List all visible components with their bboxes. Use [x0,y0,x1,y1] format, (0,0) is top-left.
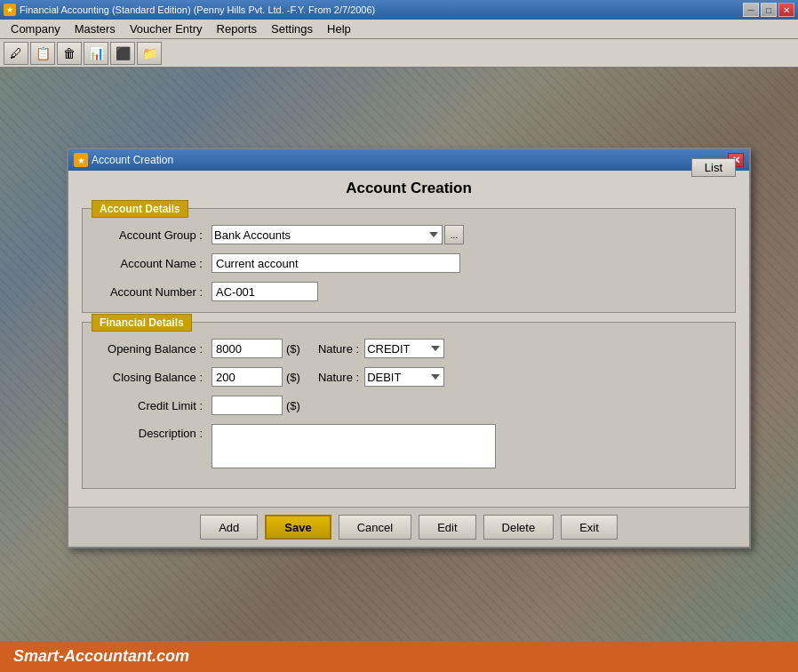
account-group-label: Account Group : [96,228,211,242]
toolbar-open-btn[interactable]: 📋 [30,42,55,65]
dialog-content: Account Creation List Account Details Ac… [68,171,749,507]
add-button[interactable]: Add [200,515,258,540]
financial-details-label: Financial Details [92,314,192,332]
bottom-banner: Smart-Accountant.com [0,641,798,672]
account-group-row: Account Group : Bank Accounts Cash Accou… [96,225,722,244]
closing-nature-label: Nature : [318,371,359,384]
app-icon: ★ [4,4,16,16]
description-row: Description : [96,424,722,468]
menu-bar: Company Masters Voucher Entry Reports Se… [0,20,798,39]
closing-nature-group: Nature : DEBIT CREDIT [318,367,444,387]
list-button[interactable]: List [691,158,736,177]
main-area: ★ Account Creation ✕ Account Creation Li… [0,68,798,641]
closing-balance-label: Closing Balance : [96,371,211,384]
closing-balance-row: Closing Balance : ($) Nature : DEBIT CRE… [96,367,722,387]
delete-button[interactable]: Delete [483,515,555,540]
menu-reports[interactable]: Reports [210,20,265,37]
opening-balance-currency: ($) [286,342,300,356]
account-number-input[interactable] [211,282,318,301]
minimize-button[interactable]: ─ [743,3,759,17]
toolbar-block-btn[interactable]: ⬛ [110,42,135,65]
title-bar: ★ Financial Accounting (Standard Edition… [0,0,798,20]
account-group-dropdown-group: Bank Accounts Cash Accounts Loans Expens… [211,225,464,244]
financial-details-section: Financial Details Opening Balance : ($) … [82,322,736,489]
toolbar-chart-btn[interactable]: 📊 [84,42,108,65]
menu-masters[interactable]: Masters [68,20,123,37]
maximize-button[interactable]: □ [761,3,777,17]
toolbar-new-btn[interactable]: 🖊 [4,42,28,65]
save-button[interactable]: Save [265,515,331,540]
edit-button[interactable]: Edit [419,515,475,540]
account-creation-dialog: ★ Account Creation ✕ Account Creation Li… [67,148,751,548]
opening-nature-select[interactable]: CREDIT DEBIT [364,339,444,358]
description-label: Description : [96,424,211,440]
opening-balance-input[interactable] [211,339,283,358]
account-name-label: Account Name : [96,257,211,270]
menu-voucher-entry[interactable]: Voucher Entry [123,20,210,37]
closing-nature-select[interactable]: DEBIT CREDIT [364,367,444,387]
closing-balance-currency: ($) [286,371,300,384]
dialog-title-bar: ★ Account Creation ✕ [68,149,749,171]
cancel-button[interactable]: Cancel [339,515,411,540]
opening-nature-group: Nature : CREDIT DEBIT [318,339,444,358]
credit-limit-row: Credit Limit : ($) [96,396,722,415]
closing-balance-input[interactable] [211,367,283,387]
credit-limit-input[interactable] [211,396,283,415]
account-group-browse-btn[interactable]: ... [444,225,464,244]
opening-balance-row: Opening Balance : ($) Nature : CREDIT DE… [96,339,722,358]
account-name-input[interactable] [211,253,460,273]
dialog-heading: Account Creation [82,180,736,197]
account-group-select[interactable]: Bank Accounts Cash Accounts Loans Expens… [211,225,443,244]
toolbar: 🖊 📋 🗑 📊 ⬛ 📁 [0,39,798,68]
account-number-label: Account Number : [96,285,211,299]
toolbar-delete-btn[interactable]: 🗑 [57,42,82,65]
account-number-row: Account Number : [96,282,722,301]
exit-button[interactable]: Exit [561,515,618,540]
opening-nature-label: Nature : [318,342,359,356]
credit-limit-currency: ($) [286,399,300,412]
menu-settings[interactable]: Settings [264,20,320,37]
credit-limit-label: Credit Limit : [96,399,211,412]
menu-company[interactable]: Company [4,20,68,37]
description-textarea[interactable] [211,424,496,468]
account-details-section: Account Details Account Group : Bank Acc… [82,208,736,313]
bottom-banner-text: Smart-Accountant.com [13,647,189,666]
menu-help[interactable]: Help [320,20,358,37]
app-close-button[interactable]: ✕ [778,3,794,17]
account-details-label: Account Details [92,200,188,218]
account-name-row: Account Name : [96,253,722,273]
app-title: Financial Accounting (Standard Edition) … [20,4,375,15]
dialog-title: Account Creation [92,154,173,166]
dialog-footer: Add Save Cancel Edit Delete Exit [68,507,749,547]
dialog-icon: ★ [74,153,88,167]
opening-balance-label: Opening Balance : [96,342,211,356]
toolbar-folder-btn[interactable]: 📁 [137,42,162,65]
